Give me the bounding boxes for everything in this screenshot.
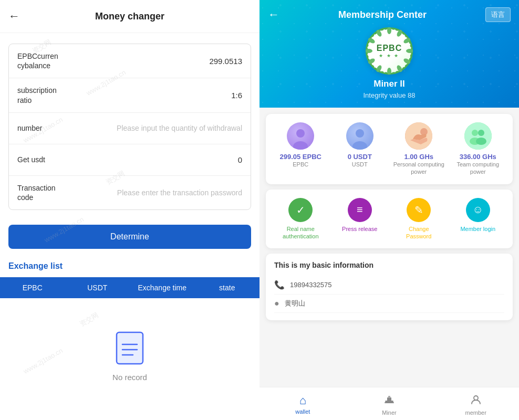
right-header-top: ← Membership Center 语言 bbox=[260, 0, 519, 27]
get-usdt-value: 0 bbox=[238, 155, 242, 164]
subscription-ratio-row: subscriptionratio 1:6 bbox=[9, 78, 251, 112]
stat-label-epbc: EPBC bbox=[293, 161, 308, 168]
member-icon bbox=[470, 394, 482, 408]
left-panel: 资交网 www.2j1tao.cn www.2j1tao.cn 资交网 www.… bbox=[0, 0, 260, 420]
number-row: number bbox=[9, 113, 251, 144]
col-usdt: USDT bbox=[65, 284, 130, 292]
nav-miner[interactable]: Miner bbox=[346, 392, 433, 418]
left-header: ← Money changer bbox=[0, 0, 260, 33]
stat-value-epbc: 299.05 EPBC bbox=[280, 153, 322, 161]
svg-point-17 bbox=[296, 129, 305, 138]
col-exchange-time: Exchange time bbox=[130, 284, 195, 292]
exchange-empty-state: No record bbox=[0, 298, 260, 403]
member-label: member bbox=[465, 410, 486, 416]
back-button[interactable]: ← bbox=[8, 9, 20, 23]
stats-card: 299.05 EPBC EPBC 0 USDT USDT bbox=[266, 114, 513, 184]
number-input[interactable] bbox=[70, 124, 242, 132]
stat-icon-epbc bbox=[287, 122, 314, 150]
empty-text: No record bbox=[112, 373, 147, 382]
right-title: Membership Center bbox=[279, 9, 485, 20]
stat-icon-usdt bbox=[346, 122, 373, 150]
exchange-list-title: Exchange list bbox=[0, 257, 260, 277]
svg-point-19 bbox=[356, 129, 364, 138]
miner-label: Miner bbox=[382, 410, 397, 416]
name-row: ● 黄明山 bbox=[274, 295, 504, 313]
svg-point-20 bbox=[352, 141, 367, 150]
empty-document-icon bbox=[114, 330, 146, 366]
stat-label-team: Team computingpower bbox=[456, 161, 499, 176]
subscription-ratio-value: 1:6 bbox=[231, 91, 242, 100]
number-label: number bbox=[17, 123, 70, 133]
exchange-table-header: EPBC USDT Exchange time state bbox=[0, 277, 260, 298]
nav-wallet[interactable]: ⌂ wallet bbox=[260, 392, 346, 418]
basic-info-title: This is my basic information bbox=[274, 261, 504, 269]
svg-point-14 bbox=[366, 49, 372, 53]
determine-button[interactable]: Determine bbox=[8, 225, 251, 249]
col-state: state bbox=[195, 284, 260, 292]
bottom-nav: ⌂ wallet Miner member bbox=[260, 387, 519, 420]
press-release-label: Press release bbox=[342, 225, 377, 233]
svg-rect-0 bbox=[117, 332, 143, 364]
svg-rect-31 bbox=[385, 402, 394, 403]
epbc-logo-inner: EPBC ★ ★ ★ bbox=[366, 27, 413, 75]
stat-value-personal-ghs: 1.00 GHs bbox=[404, 153, 433, 161]
press-release-icon: ≡ bbox=[348, 198, 372, 222]
name-value: 黄明山 bbox=[285, 299, 305, 308]
stat-item-personal: 1.00 GHs Personal computingpower bbox=[389, 122, 449, 176]
language-button[interactable]: 语言 bbox=[485, 7, 511, 22]
menu-card: ✓ Real nameauthentication ≡ Press releas… bbox=[266, 190, 513, 249]
svg-point-23 bbox=[464, 122, 492, 150]
subscription-ratio-label: subscriptionratio bbox=[17, 86, 70, 104]
stat-label-personal: Personal computingpower bbox=[393, 161, 444, 176]
transaction-code-row: Transactioncode bbox=[9, 176, 251, 209]
bullet-icon: ● bbox=[274, 299, 279, 308]
svg-point-4 bbox=[367, 29, 411, 73]
menu-item-change-password[interactable]: ✎ ChangePassword bbox=[389, 198, 449, 240]
svg-point-27 bbox=[476, 138, 486, 145]
transaction-code-input[interactable] bbox=[70, 188, 242, 197]
miner-icon bbox=[383, 394, 395, 408]
stat-value-team-ghs: 336.00 GHs bbox=[460, 153, 496, 161]
right-panel: ← Membership Center 语言 bbox=[260, 0, 519, 420]
wallet-icon: ⌂ bbox=[299, 394, 306, 407]
wallet-label: wallet bbox=[295, 408, 310, 415]
menu-item-real-name[interactable]: ✓ Real nameauthentication bbox=[271, 198, 330, 240]
page-title: Money changer bbox=[26, 11, 233, 22]
epbc-balance-value: 299.0513 bbox=[209, 57, 242, 66]
col-epbc: EPBC bbox=[0, 284, 65, 292]
right-back-button[interactable]: ← bbox=[268, 8, 279, 22]
epbc-balance-row: EPBCcurrencybalance 299.0513 bbox=[9, 44, 251, 78]
menu-item-press-release[interactable]: ≡ Press release bbox=[330, 198, 390, 240]
svg-point-18 bbox=[293, 141, 308, 150]
stat-value-usdt: 0 USDT bbox=[348, 153, 372, 161]
stat-label-usdt: USDT bbox=[352, 161, 368, 168]
stat-item-epbc: 299.05 EPBC EPBC bbox=[271, 122, 330, 176]
stat-item-team: 336.00 GHs Team computingpower bbox=[449, 122, 508, 176]
phone-row: 📞 19894332575 bbox=[274, 276, 504, 295]
stat-icon-personal bbox=[405, 122, 432, 150]
svg-point-24 bbox=[472, 130, 478, 136]
svg-point-5 bbox=[387, 27, 391, 34]
change-password-label: ChangePassword bbox=[406, 225, 431, 240]
svg-point-32 bbox=[474, 396, 478, 400]
change-password-icon: ✎ bbox=[407, 198, 431, 222]
svg-point-8 bbox=[406, 49, 413, 53]
stat-item-usdt: 0 USDT USDT bbox=[330, 122, 390, 176]
transaction-code-label: Transactioncode bbox=[17, 183, 70, 202]
epbc-balance-label: EPBCcurrencybalance bbox=[17, 51, 70, 70]
svg-rect-30 bbox=[388, 396, 390, 398]
nav-member[interactable]: member bbox=[432, 392, 519, 418]
svg-point-11 bbox=[387, 68, 391, 75]
form-container: EPBCcurrencybalance 299.0513 subscriptio… bbox=[8, 44, 251, 210]
get-usdt-label: Get usdt bbox=[17, 155, 70, 164]
member-login-label: Member login bbox=[460, 225, 495, 233]
menu-item-member-login[interactable]: ☺ Member login bbox=[449, 198, 508, 240]
epbc-wreath-icon bbox=[366, 27, 413, 75]
real-name-label: Real nameauthentication bbox=[283, 225, 319, 240]
basic-info-section: This is my basic information 📞 198943325… bbox=[266, 254, 513, 320]
real-name-icon: ✓ bbox=[288, 198, 313, 222]
svg-point-25 bbox=[478, 130, 484, 136]
integrity-value: Integrity value 88 bbox=[363, 91, 415, 99]
stat-icon-team bbox=[464, 122, 492, 150]
get-usdt-row: Get usdt 0 bbox=[9, 144, 251, 176]
